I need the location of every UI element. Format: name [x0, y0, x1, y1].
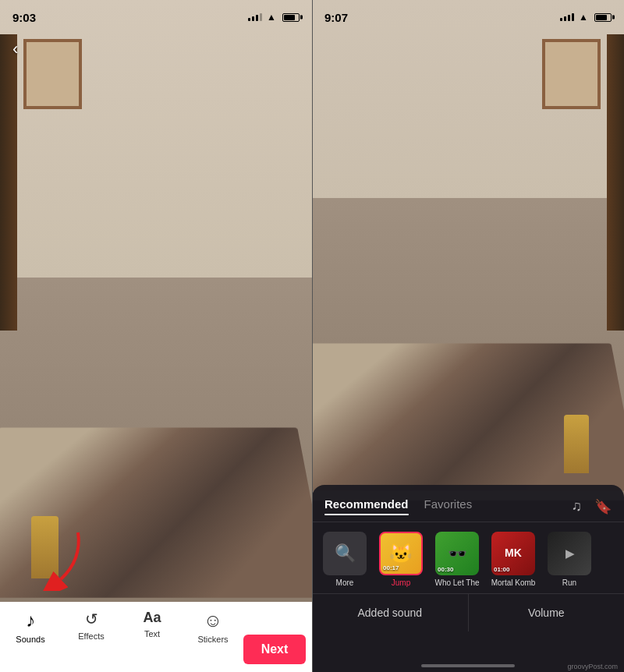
sounds-icon: ♪ — [26, 610, 35, 631]
sound-thumb-mortal: MK 01:00 — [491, 532, 535, 575]
toolbar-stickers[interactable]: ☺ Stickers — [183, 610, 243, 644]
wifi-icon: ▲ — [267, 12, 276, 23]
sound-list: 🔍 More 🐱 00:17 Jump 🕶️ 00:30 Who Let The — [312, 522, 624, 593]
red-arrow-indicator — [31, 529, 94, 594]
status-icons-right: ▲ — [560, 12, 612, 23]
sound-item-more[interactable]: 🔍 More — [321, 532, 368, 587]
toolbar-text[interactable]: Aa Text — [122, 610, 183, 638]
watermark: groovyPost.com — [567, 663, 618, 670]
sound-duration-jump: 00:17 — [383, 564, 399, 571]
sound-duration-wholet: 00:30 — [438, 566, 453, 573]
search-icon: 🔍 — [335, 543, 356, 564]
home-indicator-right — [421, 664, 515, 667]
status-bar-right: 9:07 ▲ — [312, 0, 624, 34]
added-sound-button[interactable]: Added sound — [312, 594, 469, 631]
stickers-icon: ☺ — [204, 610, 223, 631]
signal-icon — [248, 13, 262, 21]
sound-item-jump[interactable]: 🐱 00:17 Jump — [378, 532, 424, 587]
tab-favorites[interactable]: Favorites — [424, 497, 473, 515]
giraffe-right — [564, 415, 589, 473]
stickers-label: Stickers — [197, 635, 228, 644]
right-panel: 9:07 ▲ Recommended Favorites ♫ — [312, 0, 624, 672]
sound-name-wholet: Who Let The — [434, 578, 479, 587]
toolbar-sounds[interactable]: ♪ Sounds — [0, 610, 61, 644]
sound-item-wholet[interactable]: 🕶️ 00:30 Who Let The — [434, 532, 480, 587]
volume-button[interactable]: Volume — [469, 594, 625, 631]
music-tabs: Recommended Favorites ♫ 🔖 — [312, 485, 624, 522]
bookmark-icon[interactable]: 🔖 — [594, 498, 612, 515]
tab-icons: ♫ 🔖 — [572, 498, 612, 515]
sound-name-mortal: Mortal Komb — [491, 578, 536, 587]
sounds-label: Sounds — [16, 635, 44, 644]
music-panel: Recommended Favorites ♫ 🔖 🔍 More — [312, 485, 624, 672]
cabinet-left — [0, 34, 17, 331]
sound-thumb-jump: 🐱 00:17 — [379, 532, 423, 575]
music-bottom-bar: Added sound Volume — [312, 593, 624, 631]
battery-icon — [282, 13, 300, 22]
sound-thumb-wholet: 🕶️ 00:30 — [435, 532, 479, 575]
text-label: Text — [144, 629, 160, 638]
cabinet-right — [607, 34, 624, 331]
status-icons-left: ▲ — [248, 12, 300, 23]
battery-icon-right — [594, 13, 612, 22]
effects-icon: ↺ — [85, 610, 98, 628]
effects-label: Effects — [78, 631, 104, 641]
left-panel: 9:03 ▲ ‹ ♪ — [0, 0, 312, 672]
sound-name-more: More — [336, 578, 354, 587]
status-time-right: 9:07 — [324, 11, 348, 24]
text-icon: Aa — [143, 610, 161, 626]
next-button[interactable]: Next — [243, 635, 306, 664]
sound-name-run: Run — [562, 578, 576, 587]
sound-thumb-search: 🔍 — [323, 532, 367, 575]
wifi-icon-right: ▲ — [579, 12, 588, 23]
sound-thumb-run: ▶ — [548, 532, 591, 575]
status-bar-left: 9:03 ▲ — [0, 0, 312, 34]
music-note-icon[interactable]: ♫ — [572, 498, 583, 515]
sound-name-jump: Jump — [392, 578, 410, 587]
frame-right — [542, 39, 601, 109]
panel-divider — [312, 0, 313, 672]
signal-icon-right — [560, 13, 574, 21]
sound-duration-mortal: 01:00 — [494, 566, 509, 573]
frame-left — [23, 39, 82, 109]
sound-item-mortal[interactable]: MK 01:00 Mortal Komb — [490, 532, 537, 587]
status-time-left: 9:03 — [12, 11, 36, 24]
toolbar-effects[interactable]: ↺ Effects — [61, 610, 122, 641]
back-button[interactable]: ‹ — [12, 39, 18, 59]
tab-recommended[interactable]: Recommended — [324, 497, 409, 515]
bottom-toolbar-left: ♪ Sounds ↺ Effects Aa Text ☺ Stickers Ne… — [0, 602, 312, 672]
sound-item-run[interactable]: ▶ Run — [546, 532, 593, 587]
